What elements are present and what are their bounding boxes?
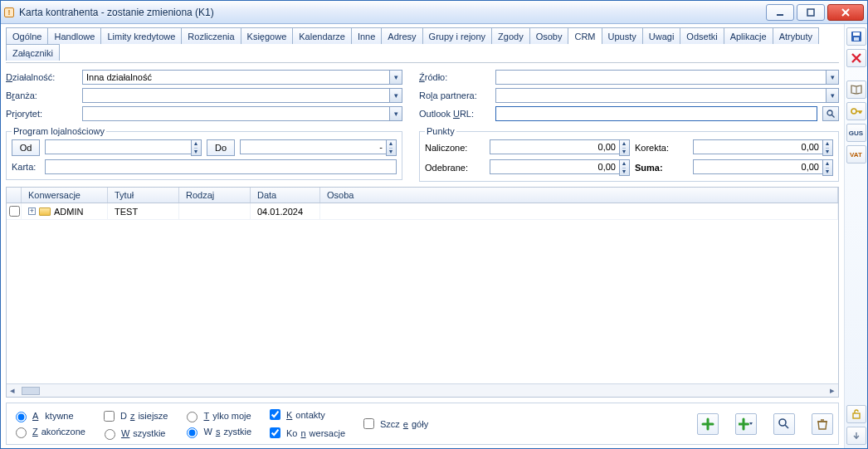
loyalty-group: Program lojalnościowy Od ▴▾ Do ▴▾ Karta: — [6, 126, 402, 180]
column-date[interactable]: Data — [251, 188, 320, 203]
vat-icon[interactable]: VAT — [846, 145, 866, 163]
points-sum-value — [693, 159, 822, 174]
tab-adresy[interactable]: Adresy — [381, 27, 422, 44]
loyalty-legend: Program lojalnościowy — [12, 126, 106, 136]
outlook-open-button[interactable] — [822, 106, 839, 121]
close-button[interactable] — [827, 4, 864, 21]
industry-input[interactable] — [82, 88, 389, 103]
filter-finished[interactable]: Zakończone — [12, 425, 85, 438]
filter-conversations[interactable]: Konwersacje — [266, 425, 345, 441]
source-combo[interactable] — [495, 70, 839, 85]
search-button[interactable] — [773, 413, 795, 435]
tab-handlowe[interactable]: Handlowe — [47, 27, 101, 44]
table-header: Konwersacje Tytuł Rodzaj Data Osoba — [7, 188, 838, 203]
book-icon[interactable] — [846, 81, 866, 99]
filter-contacts[interactable]: Kontakty — [266, 407, 345, 422]
minimize-button[interactable] — [766, 4, 794, 21]
filter-all-2[interactable]: Wszystkie — [183, 425, 251, 438]
to-button[interactable]: Do — [207, 139, 235, 156]
conversations-table: Konwersacje Tytuł Rodzaj Data Osoba +ADM… — [6, 187, 839, 398]
chevron-down-icon[interactable] — [826, 88, 839, 103]
svg-rect-6 — [854, 37, 859, 41]
outlook-url-input[interactable] — [495, 106, 817, 121]
gus-icon[interactable]: GUS — [846, 124, 866, 142]
main-panel: OgólneHandloweLimity kredytoweRozliczeni… — [1, 24, 844, 448]
source-input[interactable] — [495, 70, 826, 85]
tab-zgody[interactable]: Zgody — [491, 27, 530, 44]
table-row[interactable]: +ADMINTEST04.01.2024 — [7, 203, 838, 220]
chevron-down-icon[interactable] — [389, 70, 402, 85]
activity-input[interactable] — [82, 70, 389, 85]
from-input[interactable] — [45, 139, 191, 154]
tab-atrybuty[interactable]: Atrybuty — [773, 27, 819, 44]
titlebar: ! Karta kontrahenta - zostanie zmieniona… — [1, 1, 867, 24]
from-button[interactable]: Od — [12, 139, 40, 156]
activity-combo[interactable] — [82, 70, 402, 85]
tab-uwagi[interactable]: Uwagi — [642, 27, 681, 44]
tab-księgowe[interactable]: Księgowe — [241, 27, 294, 44]
points-calculated-value — [490, 139, 619, 154]
outlook-url-field[interactable] — [495, 106, 817, 121]
partner-role-input[interactable] — [495, 88, 826, 103]
tab-ogólne[interactable]: Ogólne — [6, 27, 48, 44]
cancel-icon[interactable] — [846, 49, 866, 67]
chevron-down-icon[interactable] — [389, 106, 402, 121]
svg-rect-0 — [777, 14, 783, 16]
tab-crm[interactable]: CRM — [568, 27, 602, 44]
tab-grupy-i-rejony[interactable]: Grupy i rejony — [422, 27, 492, 44]
client-area: OgólneHandloweLimity kredytoweRozliczeni… — [1, 24, 867, 448]
tab-rozliczenia[interactable]: Rozliczenia — [181, 27, 241, 44]
column-title[interactable]: Tytuł — [108, 188, 179, 203]
save-icon[interactable] — [846, 27, 866, 46]
row-person — [320, 203, 838, 219]
priority-label: Priorytet: — [6, 109, 77, 119]
points-received-label: Odebrane: — [425, 163, 485, 173]
add-dropdown-button[interactable] — [735, 413, 757, 435]
tab-kalendarze[interactable]: Kalendarze — [292, 27, 352, 44]
priority-input[interactable] — [82, 106, 389, 121]
tab-upusty[interactable]: Upusty — [602, 27, 643, 44]
industry-combo[interactable] — [82, 88, 402, 103]
tab-odsetki[interactable]: Odsetki — [680, 27, 724, 44]
key-icon[interactable] — [846, 102, 866, 120]
filter-today[interactable]: Dzisiejsze — [100, 408, 168, 424]
filter-active[interactable]: Aktywne — [12, 409, 85, 422]
table-body: +ADMINTEST04.01.2024 — [7, 203, 838, 383]
filter-bar: Aktywne Zakończone Dzisiejsze Wszystkie … — [6, 403, 839, 445]
expand-icon[interactable]: + — [28, 207, 36, 215]
row-conv: ADMIN — [54, 207, 83, 217]
form-two-columns: Działalność: Branża: Priorytet: Program … — [6, 66, 839, 182]
partner-role-combo[interactable] — [495, 88, 839, 103]
tab-limity-kredytowe[interactable]: Limity kredytowe — [100, 27, 182, 44]
priority-combo[interactable] — [82, 106, 402, 121]
chevron-down-icon[interactable] — [826, 70, 839, 85]
lock-icon[interactable] — [846, 405, 866, 423]
column-person[interactable]: Osoba — [320, 188, 838, 203]
collapse-icon[interactable] — [846, 427, 866, 445]
chevron-down-icon[interactable] — [389, 88, 402, 103]
window-root: ! Karta kontrahenta - zostanie zmieniona… — [0, 0, 868, 449]
folder-icon — [39, 207, 51, 216]
filter-all-1[interactable]: Wszystkie — [100, 427, 168, 440]
row-checkbox[interactable] — [9, 206, 20, 217]
to-spin[interactable]: ▴▾ — [240, 139, 397, 156]
column-conversations[interactable]: Konwersacje — [22, 188, 108, 203]
tab-osoby[interactable]: Osoby — [529, 27, 569, 44]
maximize-button[interactable] — [797, 4, 825, 21]
svg-point-7 — [851, 109, 856, 114]
delete-button[interactable] — [812, 413, 833, 435]
filter-details[interactable]: Szczegóły — [360, 416, 428, 432]
card-input[interactable] — [45, 159, 397, 174]
column-checkbox[interactable] — [7, 188, 22, 203]
filter-only-mine[interactable]: Tylko moje — [183, 409, 251, 422]
right-toolbar: GUS VAT — [844, 24, 867, 448]
points-correction-input[interactable] — [693, 139, 822, 154]
tab-inne[interactable]: Inne — [351, 27, 382, 44]
from-spin[interactable]: ▴▾ — [45, 139, 202, 156]
column-kind[interactable]: Rodzaj — [179, 188, 251, 203]
to-input[interactable] — [240, 139, 386, 154]
tab-aplikacje[interactable]: Aplikacje — [724, 27, 773, 44]
add-button[interactable] — [697, 413, 719, 435]
horizontal-scrollbar[interactable]: ◂▸ — [7, 383, 838, 397]
tab-załączniki[interactable]: Załączniki — [6, 44, 60, 61]
